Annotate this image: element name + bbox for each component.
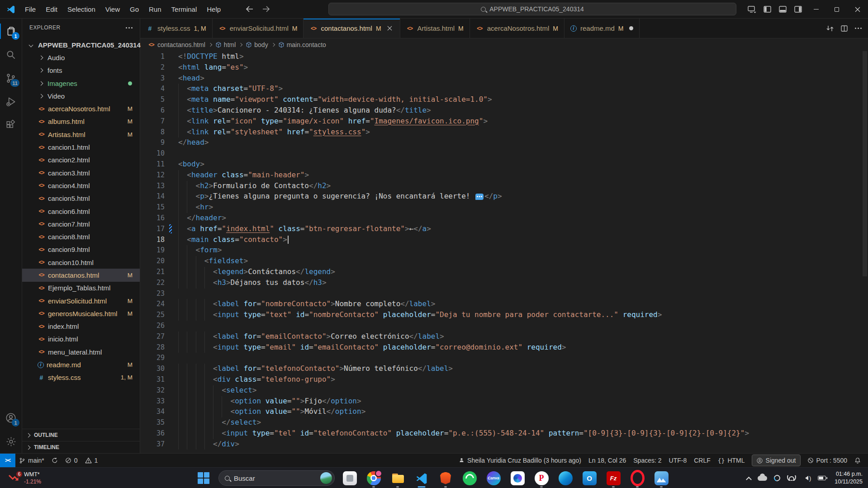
workspace-root-folder[interactable]: APPWEB_PRACTICA05_240314 [22,38,140,51]
live-server-port[interactable]: Port : 5500 [804,457,851,464]
file-tree-item-cancion7.html[interactable]: <>cancion7.html [22,218,140,230]
tab-readme.md[interactable]: ireadme.mdM [564,19,640,38]
code-line-16[interactable]: 16</header> [140,213,868,223]
code-line-13[interactable]: 13<h2>Formulario de Contacto</h2> [140,180,868,191]
battery-icon[interactable] [818,476,826,480]
file-tree-item-Imagenes[interactable]: Imagenes [22,77,140,90]
code-line-3[interactable]: 3<head> [140,73,868,84]
file-tree-item-cancion2.html[interactable]: <>cancion2.html [22,154,140,166]
file-tree-item-inicio.html[interactable]: <>inicio.html [22,333,140,346]
photos-legacy-icon[interactable] [341,468,359,488]
chrome-icon[interactable] [365,468,383,488]
minimize-button[interactable] [806,0,826,19]
settings-gear-button[interactable] [0,430,22,453]
code-line-18[interactable]: 18<main class="contacto"> [140,234,868,245]
close-icon[interactable] [386,24,394,33]
code-line-19[interactable]: 19<form> [140,245,868,256]
code-line-1[interactable]: 1<!DOCTYPE html> [140,51,868,62]
cursor-position[interactable]: Ln 18, Col 26 [585,457,630,464]
code-line-8[interactable]: 8<link rel="stylesheet" href="styless.cs… [140,127,868,137]
opera-icon[interactable] [628,468,646,488]
menu-item-go[interactable]: Go [125,3,144,16]
tab-acercaNosotros.html[interactable]: <>acercaNosotros.htmlM [470,19,564,38]
signed-out-status[interactable]: Signed out [752,455,800,466]
code-line-36[interactable]: 36<input type="tel" id="telefonoContacto… [140,428,868,439]
file-tree-item-Ejemplo_Tablas.html[interactable]: <>Ejemplo_Tablas.html [22,282,140,294]
photos-icon[interactable] [652,468,670,488]
sync-changes-button[interactable] [48,454,62,467]
file-tree-item-albums.html[interactable]: <>albums.htmlM [22,115,140,128]
file-tree-item-Audio[interactable]: Audio [22,51,140,64]
code-line-2[interactable]: 2<html lang="es"> [140,62,868,73]
file-tree-item-contactanos.html[interactable]: <>contactanos.htmlM [22,269,140,281]
git-branch-status[interactable]: main* [15,454,48,467]
file-tree-item-cancion1.html[interactable]: <>cancion1.html [22,141,140,153]
file-tree-item-enviarSolicitud.html[interactable]: <>enviarSolicitud.htmlM [22,294,140,307]
toggle-sidebar-right-icon[interactable] [791,3,805,16]
code-line-32[interactable]: 32<select> [140,385,868,396]
menu-item-selection[interactable]: Selection [62,3,100,16]
language-mode[interactable]: {}HTML [714,457,749,464]
brave-icon[interactable] [436,468,455,488]
code-line-6[interactable]: 6<title>Cancionero - 240314: ¿Tienes alg… [140,105,868,116]
tab-styless.css[interactable]: #styless.css1, M [140,19,213,38]
code-line-24[interactable]: 24<label for="nombreContacto">Nombre com… [140,298,868,309]
code-line-5[interactable]: 5<meta name="viewport" content="width=de… [140,94,868,105]
vscode-icon[interactable] [413,468,431,488]
encoding[interactable]: UTF-8 [665,457,691,464]
filezilla-icon[interactable]: Fz [604,468,622,488]
wifi-icon[interactable] [787,475,796,481]
explorer-activity-button[interactable]: 1 [0,19,22,43]
code-line-7[interactable]: 7<link rel="icon" type="image/x-icon" hr… [140,116,868,127]
eol-sequence[interactable]: CRLF [690,457,714,464]
file-tree-item-cancion5.html[interactable]: <>cancion5.html [22,192,140,205]
file-tree-item-cancion6.html[interactable]: <>cancion6.html [22,205,140,218]
code-lines[interactable]: 1<!DOCTYPE html>2<html lang="es">3<head>… [140,51,868,449]
file-explorer-icon[interactable] [389,468,407,488]
code-line-10[interactable]: 10 [140,148,868,159]
back-arrow-icon[interactable] [246,6,253,12]
close-button[interactable] [847,0,868,19]
file-tree-item-cancion10.html[interactable]: <>cancion10.html [22,256,140,269]
taskbar-search-box[interactable]: Buscar [218,470,335,486]
breadcrumb-item-contactanos.html[interactable]: <>contactanos.html [147,41,205,48]
code-line-35[interactable]: 35</select> [140,417,868,428]
file-tree-item-styless.css[interactable]: #styless.css1, M [22,371,140,384]
split-editor-icon[interactable] [841,25,848,32]
menu-item-file[interactable]: File [20,3,41,16]
code-line-33[interactable]: 33<option value="">Fijo</option> [140,396,868,407]
menu-item-terminal[interactable]: Terminal [166,3,202,16]
file-tree-item-fonts[interactable]: fonts [22,64,140,77]
volume-icon[interactable]: ) [803,475,811,481]
file-tree-item-cancion9.html[interactable]: <>cancion9.html [22,243,140,256]
code-line-12[interactable]: 12<header class="main-header"> [140,170,868,180]
tab-contactanos.html[interactable]: <>contactanos.htmlM [304,19,400,38]
bing-daily-image-thumb[interactable] [320,472,332,484]
file-tree-item-generosMusicales.html[interactable]: <>generosMusicales.htmlM [22,307,140,320]
more-actions-icon[interactable] [855,28,856,29]
breadcrumb-item-body[interactable]: body [246,41,268,48]
code-line-23[interactable]: 23 [140,288,868,299]
hidden-icons-chevron-icon[interactable] [746,476,752,482]
whatsapp-icon[interactable] [460,468,479,488]
warnings-count[interactable]: 1 [81,454,102,467]
forward-arrow-icon[interactable] [262,6,270,12]
explorer-more-actions-icon[interactable] [126,27,127,28]
accounts-button[interactable]: 1 [0,406,22,430]
sync-status-icon[interactable] [773,474,781,482]
minimap[interactable] [801,53,862,105]
start-button[interactable] [194,468,213,488]
file-tree-item-index.html[interactable]: <>index.html [22,320,140,333]
breadcrumb-item-main.contacto[interactable]: main.contacto [278,41,326,48]
outline-section-header[interactable]: OUTLINE [22,429,140,441]
code-line-14[interactable]: 14<p>¿Tienes alguna pregunta o sugerenci… [140,191,868,202]
file-tree-item-cancion8.html[interactable]: <>cancion8.html [22,230,140,243]
timeline-section-header[interactable]: TIMELINE [22,441,140,453]
code-line-26[interactable]: 26 [140,320,868,331]
file-tree-item-cancion3.html[interactable]: <>cancion3.html [22,166,140,179]
code-line-34[interactable]: 34<option value="">Móvil</option> [140,406,868,417]
code-line-37[interactable]: 37</div> [140,439,868,450]
command-center-search[interactable]: APPWEB_PRACTICA05_240314 [328,3,736,15]
compare-changes-icon[interactable] [826,25,834,32]
taskbar-clock[interactable]: 01:46 p.m. 10/11/2025 [835,470,863,486]
